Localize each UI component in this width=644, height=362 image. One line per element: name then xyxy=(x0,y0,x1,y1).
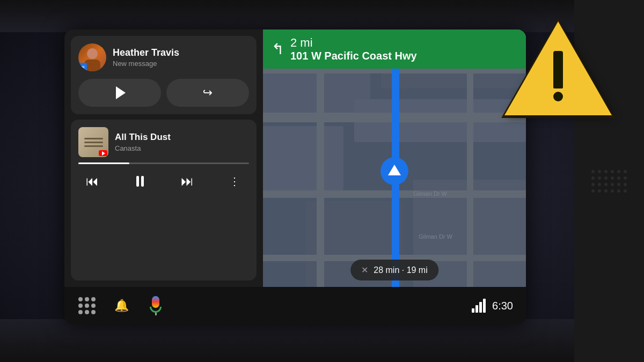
nav-arrow-icon xyxy=(388,165,401,175)
next-icon: ⏭ xyxy=(181,174,194,189)
reply-icon: ↩ xyxy=(203,86,213,100)
youtube-play-icon xyxy=(102,151,105,156)
speaker-dot xyxy=(604,183,608,186)
exclamation-mark xyxy=(553,51,563,101)
grid-dot xyxy=(85,310,89,314)
message-card: ✉ Heather Travis New message ↩ xyxy=(71,36,257,114)
message-header: ✉ Heather Travis New message xyxy=(78,43,249,71)
bottom-right: 6:30 xyxy=(472,299,513,313)
bell-icon: 🔔 xyxy=(114,299,129,313)
warning-triangle xyxy=(504,21,612,115)
eta-close-icon[interactable]: ✕ xyxy=(361,265,368,275)
exclamation-dot xyxy=(553,92,563,101)
bottom-bar: 🔔 6:30 xyxy=(64,287,526,324)
grid-dot xyxy=(78,304,83,308)
speaker-dot xyxy=(604,176,608,180)
eta-time: 28 min xyxy=(374,265,399,275)
artist-name: Canasta xyxy=(115,144,249,152)
speaker-dot xyxy=(598,189,601,193)
turn-arrow-icon: ↰ xyxy=(272,40,284,58)
speaker-dot xyxy=(624,189,627,193)
microphone-button[interactable] xyxy=(146,296,165,315)
pause-bar-2 xyxy=(141,176,144,187)
signal-bar-1 xyxy=(472,308,474,313)
previous-icon: ⏮ xyxy=(86,174,99,189)
left-panel: ✉ Heather Travis New message ↩ xyxy=(64,29,263,287)
music-header: All This Dust Canasta xyxy=(78,127,249,157)
speaker-dot xyxy=(617,189,620,193)
eta-text: 28 min · 19 mi xyxy=(374,265,428,275)
speaker-dot xyxy=(617,170,620,173)
android-auto-screen: ✉ Heather Travis New message ↩ xyxy=(64,29,526,324)
album-line xyxy=(84,142,103,143)
reply-message-button[interactable]: ↩ xyxy=(166,79,249,107)
speaker-dot xyxy=(591,189,595,193)
speaker-dot xyxy=(598,170,601,173)
app-grid-button[interactable] xyxy=(77,296,97,315)
album-line xyxy=(84,145,103,147)
album-line xyxy=(84,138,103,139)
next-button[interactable]: ⏭ xyxy=(175,169,199,193)
grid-dot xyxy=(91,310,96,314)
map-panel: Gilman Dr W Gilman Dr W ↰ 2 mi 101 W Pac… xyxy=(263,29,526,287)
play-message-button[interactable] xyxy=(78,79,161,107)
speaker-dot xyxy=(591,170,595,173)
previous-button[interactable]: ⏮ xyxy=(80,169,104,193)
speaker-dot xyxy=(604,170,608,173)
speaker-dot xyxy=(611,183,614,186)
speaker-dot xyxy=(617,183,620,186)
nav-position-marker xyxy=(380,157,408,185)
dashboard-bottom xyxy=(0,319,644,362)
album-lines xyxy=(84,136,103,149)
grid-icon xyxy=(78,297,96,314)
speaker-dot xyxy=(624,176,627,180)
pause-icon xyxy=(136,176,144,187)
signal-strength-icon xyxy=(472,299,486,313)
progress-bar[interactable] xyxy=(78,162,249,164)
speaker-dot xyxy=(598,183,601,186)
signal-bar-3 xyxy=(479,302,482,313)
warning-overlay xyxy=(504,21,612,115)
album-art xyxy=(78,127,108,157)
more-button[interactable]: ⋮ xyxy=(223,169,247,193)
eta-bar: ✕ 28 min · 19 mi xyxy=(350,260,438,280)
nav-header: ↰ 2 mi 101 W Pacific Coast Hwy xyxy=(263,29,526,69)
speaker-dot xyxy=(611,170,614,173)
avatar: ✉ xyxy=(78,43,106,71)
speaker-dots xyxy=(591,170,627,193)
signal-bar-4 xyxy=(483,299,486,313)
distance-number: 2 mi xyxy=(290,36,417,50)
speaker-dot xyxy=(611,189,614,193)
speaker-dot xyxy=(591,183,595,186)
svg-rect-3 xyxy=(263,126,343,190)
avatar-head xyxy=(87,48,98,59)
music-info: All This Dust Canasta xyxy=(115,132,249,152)
grid-dot xyxy=(91,297,96,301)
bottom-left: 🔔 xyxy=(77,296,165,315)
message-app-badge: ✉ xyxy=(78,63,87,71)
grid-dot xyxy=(78,310,83,314)
notifications-button[interactable]: 🔔 xyxy=(112,296,131,315)
eta-distance: 19 mi xyxy=(407,265,428,275)
more-icon: ⋮ xyxy=(229,175,240,188)
distance-info: 2 mi 101 W Pacific Coast Hwy xyxy=(290,36,417,62)
grid-dot xyxy=(78,297,83,301)
speaker-dot xyxy=(604,189,608,193)
screen-content: ✉ Heather Travis New message ↩ xyxy=(64,29,526,287)
svg-text:Gilman Dr W: Gilman Dr W xyxy=(413,190,448,197)
signal-bar-2 xyxy=(475,305,478,313)
pause-button[interactable] xyxy=(128,169,152,193)
speaker-dot xyxy=(591,176,595,180)
sender-name: Heather Travis xyxy=(113,47,249,59)
message-actions: ↩ xyxy=(78,79,249,107)
music-controls: ⏮ ⏭ ⋮ xyxy=(78,169,249,193)
message-label: New message xyxy=(113,60,249,68)
track-name: All This Dust xyxy=(115,132,249,143)
speaker-dot xyxy=(624,170,627,173)
music-card: All This Dust Canasta ⏮ xyxy=(71,120,257,280)
grid-dot xyxy=(91,304,96,308)
play-icon xyxy=(116,86,126,99)
grid-dot xyxy=(85,304,89,308)
speaker-dot xyxy=(624,183,627,186)
speaker-dot xyxy=(617,176,620,180)
